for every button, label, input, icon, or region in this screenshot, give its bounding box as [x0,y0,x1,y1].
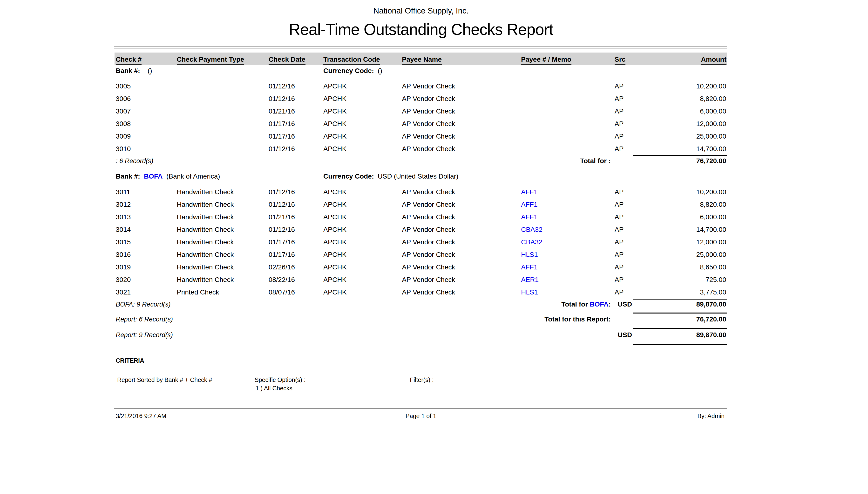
bank-code-link[interactable]: BOFA [144,173,163,180]
payee-memo-link[interactable]: AFF1 [521,261,614,273]
amount-value: 8,820.00 [647,93,726,105]
transaction-code: APCHK [323,286,402,299]
payee-name: AP Vendor Check [402,261,521,273]
table-row: 300801/17/16APCHKAP Vendor CheckAP12,000… [116,118,726,130]
section-total-row: : 6 Record(s) Total for : 76,720.00 [116,155,726,167]
src-code: AP [614,286,651,299]
table-row: 3012Handwritten Check01/12/16APCHKAP Ven… [116,198,726,211]
payee-memo-link[interactable]: CBA32 [521,223,614,236]
payee-memo-link[interactable]: HLS1 [521,248,614,261]
table-row: 3013Handwritten Check01/21/16APCHKAP Ven… [116,211,726,223]
payee-memo-link [521,93,614,105]
src-code: AP [614,130,651,142]
payee-memo-link [521,142,614,155]
check-payment-type [177,93,269,105]
check-payment-type: Handwritten Check [177,211,269,223]
table-row: 300701/21/16APCHKAP Vendor CheckAP6,000.… [116,105,726,118]
payee-memo-link[interactable]: AFF1 [521,198,614,211]
src-code: AP [614,236,651,248]
column-header-src: Src [614,56,625,63]
table-row: 300901/17/16APCHKAP Vendor CheckAP25,000… [116,130,726,142]
report-total-row: Report: 6 Record(s) Total for this Repor… [116,313,726,326]
payee-name: AP Vendor Check [402,105,521,118]
column-header-check-number: Check # [116,56,142,63]
check-payment-type: Handwritten Check [177,186,269,198]
criteria-option-1: 1.) All Checks [256,385,293,392]
payee-name: AP Vendor Check [402,118,521,130]
transaction-code: APCHK [323,105,402,118]
check-payment-type: Printed Check [177,286,269,299]
src-code: AP [614,93,651,105]
total-label: Total for : [580,155,611,167]
amount-value: 10,200.00 [647,80,726,93]
section-total-row: BOFA: 9 Record(s) Total for BOFA: USD 89… [116,298,726,311]
check-payment-type: Handwritten Check [177,261,269,273]
check-date: 02/26/16 [269,261,323,273]
amount-value: 25,000.00 [647,248,726,261]
payee-name: AP Vendor Check [402,80,521,93]
footer-user: By: Admin [697,413,724,420]
amount-value: 14,700.00 [647,142,726,155]
check-number: 3008 [116,118,177,130]
report-total-amount: 89,870.00 [696,329,726,341]
table-row: 3011Handwritten Check01/12/16APCHKAP Ven… [116,186,726,198]
check-number: 3016 [116,248,177,261]
check-number: 3006 [116,93,177,105]
total-bank-code[interactable]: BOFA [590,301,609,308]
payee-name: AP Vendor Check [402,130,521,142]
src-code: AP [614,142,651,155]
src-code: AP [614,198,651,211]
payee-memo-link[interactable]: HLS1 [521,286,614,299]
check-payment-type [177,105,269,118]
currency-code: USD [378,173,392,180]
payee-memo-link[interactable]: CBA32 [521,236,614,248]
transaction-code: APCHK [323,236,402,248]
check-date: 01/12/16 [269,142,323,155]
column-header-amount: Amount [701,56,726,63]
check-payment-type: Handwritten Check [177,236,269,248]
src-code: AP [614,80,651,93]
check-payment-type: Handwritten Check [177,273,269,286]
transaction-code: APCHK [323,118,402,130]
table-row: 301001/12/16APCHKAP Vendor CheckAP14,700… [116,142,726,155]
table-row: 3014Handwritten Check01/12/16APCHKAP Ven… [116,223,726,236]
table-row: 3019Handwritten Check02/26/16APCHKAP Ven… [116,261,726,273]
check-rows-section-2: 3011Handwritten Check01/12/16APCHKAP Ven… [116,186,726,299]
company-name: National Office Supply, Inc. [116,6,726,15]
check-number: 3011 [116,186,177,198]
records-count: Report: 6 Record(s) [116,313,173,326]
bank-name: (Bank of America) [166,173,220,180]
check-payment-type: Handwritten Check [177,223,269,236]
payee-memo-link[interactable]: AFF1 [521,186,614,198]
column-header-payee-memo: Payee # / Memo [521,56,571,63]
src-code: AP [614,261,651,273]
report-total-label: Total for this Report: [544,313,611,326]
check-date: 01/12/16 [269,198,323,211]
report-total-currency: USD [618,329,632,341]
check-date: 01/17/16 [269,118,323,130]
check-number: 3012 [116,198,177,211]
criteria-heading: CRITERIA [116,357,144,364]
check-date: 01/12/16 [269,223,323,236]
check-payment-type [177,118,269,130]
column-header-bar: Check # Check Payment Type Check Date Tr… [114,53,727,65]
src-code: AP [614,118,651,130]
check-number: 3014 [116,223,177,236]
table-row: 3020Handwritten Check08/22/16APCHKAP Ven… [116,273,726,286]
src-code: AP [614,248,651,261]
table-row: 3015Handwritten Check01/17/16APCHKAP Ven… [116,236,726,248]
title-rule-dark [114,46,727,46]
payee-memo-link[interactable]: AFF1 [521,211,614,223]
check-date: 01/21/16 [269,105,323,118]
total-amount: 89,870.00 [696,298,726,311]
amount-value: 25,000.00 [647,130,726,142]
currency-label: Currency Code: [323,173,374,180]
criteria-sort-text: Report Sorted by Bank # + Check # [117,376,212,383]
currency-name: () [378,67,383,74]
transaction-code: APCHK [323,93,402,105]
title-rule-light [114,49,727,49]
check-number: 3021 [116,286,177,299]
transaction-code: APCHK [323,273,402,286]
check-rows-section-1: 300501/12/16APCHKAP Vendor CheckAP10,200… [116,80,726,155]
payee-memo-link[interactable]: AER1 [521,273,614,286]
